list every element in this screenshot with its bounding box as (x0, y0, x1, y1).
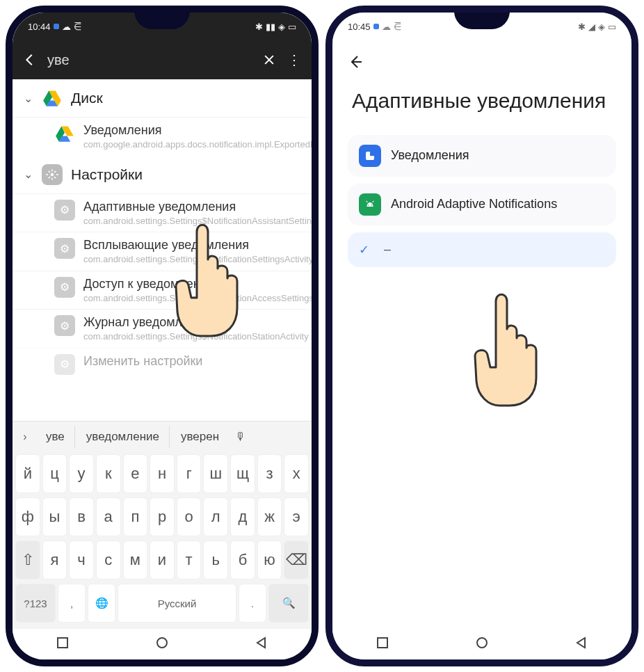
option-list: Уведомления Android Adaptive Notificatio… (332, 135, 631, 267)
search-input[interactable]: уве (47, 52, 252, 68)
result-subtitle: com.google.android.apps.docs.notificatio… (83, 139, 312, 150)
key-globe[interactable]: 🌐 (88, 584, 115, 623)
search-result-item[interactable]: ⚙ Журнал уведомлений com.android.setting… (13, 309, 312, 348)
suggestion-row: › уве уведомление уверен 🎙 (13, 421, 312, 452)
gear-icon: ⚙ (54, 354, 75, 375)
key-space[interactable]: Русский (118, 584, 236, 623)
cloud-icon: ☁ (62, 22, 71, 32)
svg-rect-13 (370, 152, 374, 156)
result-title: Адаптивные уведомления (83, 200, 312, 214)
svg-point-11 (157, 638, 167, 648)
key-с[interactable]: с (96, 541, 121, 579)
clear-icon[interactable] (261, 52, 277, 67)
suggestion[interactable]: уверен (171, 426, 229, 448)
key-ш[interactable]: ш (203, 454, 228, 493)
key-р[interactable]: р (150, 497, 175, 536)
key-е[interactable]: е (123, 454, 148, 493)
key-и[interactable]: и (150, 541, 175, 579)
key-щ[interactable]: щ (230, 454, 255, 493)
bluetooth-icon: ✱ (255, 22, 263, 32)
status-time: 10:45 (348, 22, 371, 32)
key-д[interactable]: д (230, 497, 255, 536)
drive-icon (54, 123, 75, 144)
option-label: Android Adaptive Notifications (391, 197, 605, 211)
screen-left: 10:44 ☁ ⋶ ✱ ▮▮ ◈ ▭ уве ⋮ (13, 13, 312, 659)
back-icon[interactable] (22, 52, 38, 67)
key-row: ?123 , 🌐 Русский . 🔍 (13, 582, 312, 625)
key-comma[interactable]: , (58, 584, 86, 623)
nav-bar (332, 629, 631, 659)
suggestion[interactable]: уве (36, 426, 75, 448)
key-search[interactable]: 🔍 (268, 584, 309, 623)
key-ь[interactable]: ь (203, 541, 228, 579)
option-item[interactable]: Android Adaptive Notifications (348, 184, 616, 225)
svg-rect-16 (378, 638, 387, 648)
key-ю[interactable]: ю (257, 541, 282, 579)
nav-bar (13, 629, 312, 659)
battery-icon: ▭ (288, 22, 296, 32)
svg-rect-10 (58, 638, 67, 648)
key-ч[interactable]: ч (69, 541, 94, 579)
result-group-header[interactable]: ⌄ Настройки (13, 156, 312, 193)
chevron-right-icon[interactable]: › (15, 431, 35, 443)
status-app-icon (54, 24, 59, 29)
key-п[interactable]: п (123, 497, 148, 536)
key-ж[interactable]: ж (257, 497, 282, 536)
search-result-item[interactable]: ⚙ Изменить настройки (13, 348, 312, 381)
key-м[interactable]: м (123, 541, 148, 579)
key-numbers[interactable]: ?123 (15, 584, 56, 623)
svg-point-14 (368, 205, 369, 206)
key-т[interactable]: т (177, 541, 202, 579)
key-ф[interactable]: ф (15, 497, 40, 536)
key-о[interactable]: о (177, 497, 202, 536)
mic-icon[interactable]: 🎙 (230, 431, 251, 443)
key-л[interactable]: л (203, 497, 228, 536)
svg-point-15 (371, 205, 373, 206)
search-result-item[interactable]: Уведомления com.google.android.apps.docs… (13, 117, 312, 156)
key-з[interactable]: з (257, 454, 282, 493)
key-к[interactable]: к (96, 454, 121, 493)
key-б[interactable]: б (230, 541, 255, 579)
back-icon[interactable] (348, 53, 366, 71)
nav-recents-icon[interactable] (56, 637, 69, 652)
nav-back-icon[interactable] (575, 637, 588, 652)
suggestion[interactable]: уведомление (77, 426, 170, 448)
key-й[interactable]: й (15, 454, 40, 493)
key-н[interactable]: н (150, 454, 175, 493)
overflow-icon[interactable]: ⋮ (287, 52, 302, 67)
page-title: Адаптивные уведомления (332, 71, 631, 135)
option-label: – (384, 242, 605, 257)
result-group-header[interactable]: ⌄ Диск (13, 79, 312, 117)
key-dot[interactable]: . (239, 584, 266, 623)
key-shift[interactable]: ⇧ (15, 541, 40, 579)
screen-right: 10:45 ☁ ⋶ ✱ ◢ ◈ ▭ Адаптивные уведомления (332, 13, 631, 659)
gear-icon: ⚙ (54, 238, 75, 259)
key-х[interactable]: х (284, 454, 309, 493)
nav-back-icon[interactable] (255, 637, 268, 652)
search-result-item[interactable]: ⚙ Доступ к уведомлениям com.android.sett… (13, 271, 312, 310)
chevron-down-icon: ⌄ (24, 168, 33, 181)
key-в[interactable]: в (69, 497, 94, 536)
key-ц[interactable]: ц (42, 454, 67, 493)
option-item-selected[interactable]: ✓ – (348, 232, 616, 267)
key-backspace[interactable]: ⌫ (284, 541, 309, 579)
key-г[interactable]: г (177, 454, 202, 493)
nav-recents-icon[interactable] (376, 637, 389, 652)
result-title: Уведомления (83, 123, 312, 138)
signal-icon: ◢ (588, 22, 595, 32)
nav-home-icon[interactable] (156, 637, 168, 652)
key-э[interactable]: э (284, 497, 309, 536)
key-я[interactable]: я (42, 541, 67, 579)
key-ы[interactable]: ы (42, 497, 67, 536)
key-а[interactable]: а (96, 497, 121, 536)
key-у[interactable]: у (69, 454, 94, 493)
search-result-item[interactable]: ⚙ Адаптивные уведомления com.android.set… (13, 193, 312, 232)
option-item[interactable]: Уведомления (348, 135, 616, 177)
keyboard[interactable]: › уве уведомление уверен 🎙 йцукенгшщзх ф… (13, 421, 312, 629)
search-results[interactable]: ⌄ Диск Уведомления com.google.android.ap… (13, 79, 312, 421)
nav-home-icon[interactable] (476, 637, 488, 652)
drive-icon (42, 88, 63, 109)
wifi-icon: ⋶ (394, 22, 401, 32)
check-icon: ✓ (359, 242, 374, 257)
search-result-item[interactable]: ⚙ Всплывающие уведомления com.android.se… (13, 232, 312, 271)
